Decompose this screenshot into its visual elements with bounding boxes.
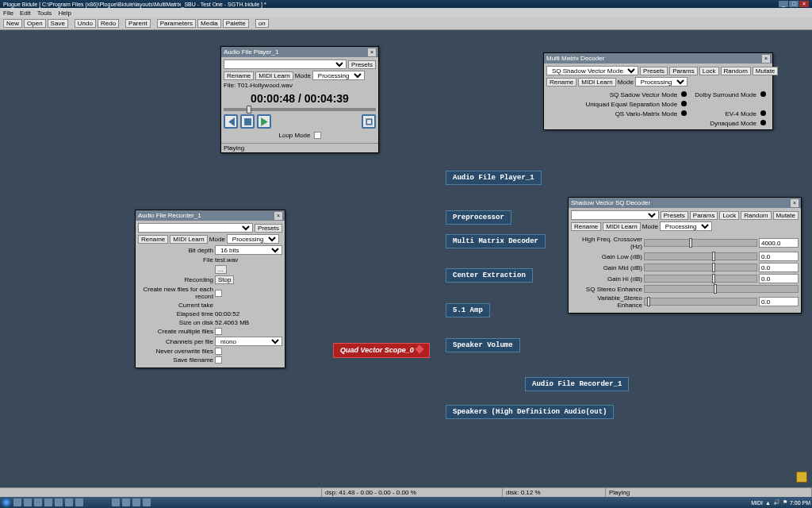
rename-button[interactable]: Rename [571, 222, 601, 231]
taskbar-icon[interactable] [55, 498, 63, 506]
varenhance-slider[interactable] [644, 298, 757, 306]
node-audio-player[interactable]: Audio File Player_1 [446, 171, 542, 185]
new-button[interactable]: New [3, 19, 22, 28]
patch-canvas[interactable]: Audio File Player_1 × Presets Rename MID… [0, 30, 812, 487]
radio-qs[interactable] [681, 110, 687, 116]
browse-button[interactable]: ... [215, 265, 227, 274]
node-speaker-volume[interactable]: Speaker Volume [446, 338, 520, 352]
crossover-slider[interactable] [644, 239, 757, 247]
redo-button[interactable]: Redo [98, 19, 119, 28]
play-button[interactable] [257, 114, 271, 129]
open-button[interactable]: Open [24, 19, 46, 28]
params-button[interactable]: Params [669, 67, 698, 75]
taskbar-icon[interactable] [65, 498, 73, 506]
stop-button[interactable] [240, 114, 255, 129]
tray-icon[interactable]: ⚑ [783, 499, 787, 506]
taskbar-icon[interactable] [24, 498, 32, 506]
close-icon[interactable]: × [762, 55, 770, 63]
radio-dynaquad[interactable] [760, 120, 766, 125]
radio-sq[interactable] [681, 91, 687, 97]
presets-button[interactable]: Presets [661, 211, 688, 220]
panel-titlebar[interactable]: Audio File Recorder_1 × [136, 210, 285, 221]
midi-learn-button[interactable]: MIDI Learn [578, 78, 616, 87]
media-button[interactable]: Media [197, 19, 221, 28]
savename-checkbox[interactable] [215, 356, 222, 364]
bitdepth-select[interactable]: 16 bits [215, 245, 282, 255]
node-quad-vector-scope[interactable]: Quad Vector Scope_0 [333, 343, 430, 358]
menu-help[interactable]: Help [58, 10, 71, 17]
random-button[interactable]: Random [721, 67, 751, 75]
undo-button[interactable]: Undo [75, 19, 96, 28]
sqenhance-slider[interactable] [644, 285, 799, 293]
gainlow-slider[interactable] [644, 252, 757, 260]
presets-button[interactable]: Presets [255, 224, 282, 233]
position-slider[interactable] [224, 108, 376, 111]
mode-select[interactable]: Processing [227, 234, 279, 244]
params-button[interactable]: Params [690, 211, 718, 220]
node-speakers[interactable]: Speakers (High Definition Audio(out) [446, 405, 614, 419]
taskbar-icon[interactable] [122, 498, 130, 506]
mode-select[interactable]: Processing [660, 221, 712, 231]
menu-file[interactable]: File [3, 10, 13, 17]
menu-tools[interactable]: Tools [37, 10, 52, 17]
loop-button[interactable] [362, 114, 376, 129]
on-button[interactable]: on [255, 19, 269, 28]
parameters-button[interactable]: Parameters [157, 19, 196, 28]
rename-button[interactable]: Rename [138, 235, 168, 244]
stop-button[interactable]: Stop [215, 275, 234, 284]
gainmid-slider[interactable] [644, 264, 757, 271]
radio-ev4[interactable] [760, 110, 766, 116]
minimize-button[interactable]: _ [779, 1, 788, 7]
panel-titlebar[interactable]: Shadow Vector SQ Decoder × [569, 198, 801, 208]
crossover-value[interactable] [759, 238, 799, 248]
taskbar-icon[interactable] [75, 498, 83, 506]
taskbar-icon[interactable] [143, 498, 151, 506]
close-icon[interactable]: × [274, 212, 282, 220]
node-center-extraction[interactable]: Center Extraction [446, 268, 533, 283]
tray-icon[interactable]: 🔊 [773, 499, 780, 506]
multi-checkbox[interactable] [215, 328, 222, 335]
panel-titlebar[interactable]: Multi Matrix Decoder × [544, 53, 772, 64]
taskbar-icon[interactable] [13, 498, 21, 506]
loop-checkbox[interactable] [314, 132, 321, 139]
taskbar-icon[interactable] [34, 498, 42, 506]
presets-button[interactable]: Presets [640, 67, 668, 75]
random-button[interactable]: Random [741, 211, 771, 220]
chanper-select[interactable]: mono [215, 337, 282, 346]
overwrite-checkbox[interactable] [215, 348, 222, 355]
gainmid-value[interactable] [759, 263, 799, 272]
parent-button[interactable]: Parent [125, 19, 151, 28]
gainhi-slider[interactable] [644, 275, 757, 283]
midi-learn-button[interactable]: MIDI Learn [255, 71, 293, 80]
node-preprocessor[interactable]: Preprocessor [446, 210, 511, 225]
rename-button[interactable]: Rename [546, 78, 576, 87]
taskbar-icon[interactable] [112, 498, 120, 506]
mutate-button[interactable]: Mutate [753, 67, 778, 75]
taskbar-icon[interactable] [44, 498, 52, 506]
radio-dolby[interactable] [760, 91, 766, 97]
close-button[interactable]: × [799, 1, 809, 7]
gainhi-value[interactable] [759, 274, 799, 283]
mode-select[interactable]: Processing [312, 71, 365, 80]
preset-select[interactable]: SQ Shadow Vector Mode [546, 66, 638, 75]
node-amp[interactable]: 5.1 Amp [446, 303, 490, 318]
palette-button[interactable]: Palette [223, 19, 249, 28]
mode-select[interactable]: Processing [635, 77, 688, 87]
midi-learn-button[interactable]: MIDI Learn [603, 222, 641, 231]
tray-icon[interactable]: ▲ [765, 500, 771, 506]
lock-button[interactable]: Lock [699, 67, 719, 75]
node-multi-matrix[interactable]: Multi Matrix Decoder [446, 234, 546, 248]
save-button[interactable]: Save [48, 19, 68, 28]
varenhance-value[interactable] [759, 297, 799, 306]
preset-select[interactable] [224, 60, 347, 69]
presets-button[interactable]: Presets [348, 60, 376, 69]
rename-button[interactable]: Rename [224, 71, 254, 80]
panel-titlebar[interactable]: Audio File Player_1 × [221, 47, 378, 57]
node-audio-recorder[interactable]: Audio File Recorder_1 [525, 377, 629, 391]
radio-uniquad[interactable] [681, 101, 687, 106]
rewind-button[interactable] [224, 114, 238, 129]
close-icon[interactable]: × [368, 48, 376, 56]
maximize-button[interactable]: □ [789, 1, 799, 7]
menu-edit[interactable]: Edit [20, 10, 31, 17]
gainlow-value[interactable] [759, 252, 799, 261]
